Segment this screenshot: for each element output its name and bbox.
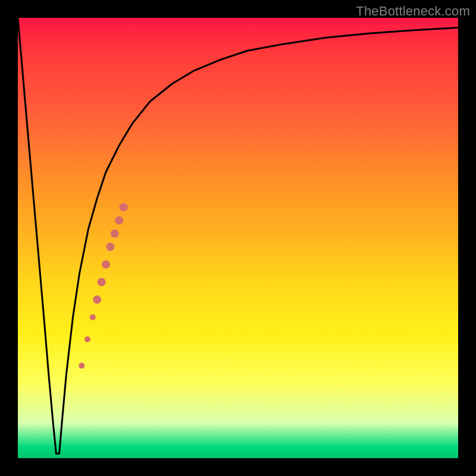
highlight-point xyxy=(84,336,90,342)
highlight-markers xyxy=(79,203,127,368)
highlight-point xyxy=(93,296,101,304)
highlight-point xyxy=(120,203,128,211)
highlight-point xyxy=(98,278,106,286)
highlight-point xyxy=(115,216,123,224)
highlight-point xyxy=(90,314,96,320)
highlight-point xyxy=(106,243,114,251)
chart-frame: TheBottleneck.com xyxy=(0,0,476,476)
plot-area xyxy=(18,18,458,458)
chart-svg xyxy=(18,18,458,458)
highlight-point xyxy=(102,260,110,268)
highlight-point xyxy=(79,363,84,369)
watermark-text: TheBottleneck.com xyxy=(356,4,470,19)
bottleneck-curve xyxy=(18,18,458,454)
highlight-point xyxy=(111,230,119,238)
